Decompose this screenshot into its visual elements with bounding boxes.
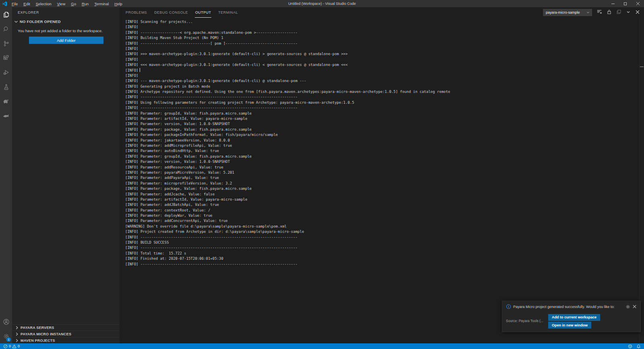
window-title: Untitled (Workspace) - Visual Studio Cod… — [288, 2, 356, 6]
status-bar: 0 0 — [0, 343, 644, 349]
chevron-right-icon — [14, 331, 20, 337]
output-line: [INFO] Parameter: payaraMicroVersion, Va… — [125, 170, 644, 175]
sidebar-title: EXPLORER — [12, 7, 120, 18]
output-channel-select[interactable]: payara-micro-sample — [543, 9, 592, 16]
output-line: [INFO] — [125, 68, 644, 73]
section-payara-micro-instances[interactable]: PAYARA MICRO INSTANCES — [12, 331, 120, 337]
menu-go[interactable]: Go — [68, 2, 79, 6]
no-folder-message: You have not yet added a folder to the w… — [12, 25, 120, 36]
output-line: [INFO] Scanning for projects... — [125, 19, 644, 25]
toast-button-add-to-current-workspace[interactable]: Add to current workspace — [548, 314, 600, 321]
maximize-button[interactable] — [619, 0, 632, 7]
menu-file[interactable]: File — [9, 2, 21, 6]
toast-button-open-in-new-window[interactable]: Open in new window — [548, 322, 591, 328]
output-line: [INFO] Parameter: groupId, Value: fish.p… — [125, 154, 644, 159]
activity-bar-spacer — [0, 123, 12, 314]
output-line: [INFO] ---------------------------------… — [125, 105, 644, 111]
account-icon[interactable] — [0, 314, 12, 329]
menu-run[interactable]: Run — [79, 2, 91, 6]
settings-badge: 1 — [6, 337, 11, 342]
output-line: [INFO] Parameter: addMicroprofileApi, Va… — [125, 143, 644, 148]
source-control-icon[interactable] — [0, 36, 12, 51]
section-no-folder-opened[interactable]: NO FOLDER OPENED — [12, 18, 120, 25]
menu-help[interactable]: Help — [111, 2, 125, 6]
panel-tabs: PROBLEMSDEBUG CONSOLEOUTPUTTERMINAL — [125, 7, 245, 18]
output-line: [INFO] ---------------------------------… — [125, 94, 644, 100]
notifications-bell-icon[interactable] — [636, 344, 641, 349]
extensions-icon[interactable] — [0, 51, 12, 65]
errors-icon — [3, 344, 8, 349]
restore-panel-size-icon[interactable] — [626, 9, 631, 16]
output-line: [INFO] Generating project in Batch mode — [125, 84, 644, 89]
output-line: [INFO] Finished at: 2020-07-15T20:06:01+… — [125, 256, 644, 261]
search-icon[interactable] — [0, 22, 12, 36]
sidebar-bottom-sections: PAYARA SERVERSPAYARA MICRO INSTANCESMAVE… — [12, 324, 120, 343]
output-line: [INFO] Parameter: jakartaeeVersion, Valu… — [125, 138, 644, 143]
notification-gear-icon[interactable] — [625, 304, 630, 309]
tab-output[interactable]: OUTPUT — [195, 7, 211, 18]
menu-view[interactable]: View — [54, 2, 68, 6]
output-line: [INFO] Parameter: addConcurrentApi, Valu… — [125, 218, 644, 224]
section-maven-projects[interactable]: MAVEN PROJECTS — [12, 337, 120, 343]
output-line: [INFO] Parameter: contextRoot, Value: / — [125, 208, 644, 213]
payara-fish-icon[interactable] — [0, 109, 12, 123]
status-bar-right — [628, 344, 641, 349]
close-window-button[interactable] — [632, 0, 644, 7]
clear-output-icon[interactable] — [597, 9, 602, 16]
overview-ruler-cursor-mark — [640, 66, 644, 67]
menu-selection[interactable]: Selection — [33, 2, 54, 6]
output-line: [INFO] --------------------------------[… — [125, 41, 644, 46]
problems-status[interactable]: 0 0 — [3, 344, 20, 349]
output-line: [INFO] Parameter: artifactId, Value: pay… — [125, 116, 644, 121]
testing-flask-icon[interactable] — [0, 80, 12, 94]
output-line: [WARNING] Don't override file d:\payara\… — [125, 224, 644, 229]
warning-count: 0 — [18, 344, 20, 348]
tab-debug-console[interactable]: DEBUG CONSOLE — [154, 7, 188, 18]
tab-problems[interactable]: PROBLEMS — [125, 7, 147, 18]
menu-terminal[interactable]: Terminal — [91, 2, 111, 6]
section-payara-servers[interactable]: PAYARA SERVERS — [12, 324, 120, 331]
output-line: [INFO] Project created from Archetype in… — [125, 229, 644, 234]
output-line: [INFO] ------------------< org.apache.ma… — [125, 30, 644, 35]
panel-header: PROBLEMSDEBUG CONSOLEOUTPUTTERMINAL paya… — [120, 7, 644, 18]
menu-bar: FileEditSelectionViewGoRunTerminalHelp — [9, 0, 125, 7]
output-line: [INFO] <<< maven-archetype-plugin:3.0.1:… — [125, 62, 644, 68]
scrollbar-track[interactable] — [639, 18, 640, 343]
output-line: [INFO] Parameter: groupId, Value: fish.p… — [125, 111, 644, 116]
output-line: [INFO] Parameter: microprofileVersion, V… — [125, 181, 644, 186]
chevron-right-icon — [14, 338, 20, 343]
notification-close-icon[interactable] — [632, 304, 637, 309]
sidebar-spacer — [12, 44, 120, 324]
output-line: [INFO] BUILD SUCCESS — [125, 240, 644, 245]
output-line: [INFO] Parameter: addJBatchApi, Value: t… — [125, 202, 644, 207]
output-line: [INFO] Archetype repository not defined.… — [125, 89, 644, 94]
info-icon — [506, 304, 511, 309]
explorer-icon[interactable] — [0, 7, 12, 22]
menu-edit[interactable]: Edit — [21, 2, 33, 6]
scroll-lock-icon[interactable] — [607, 9, 612, 16]
chevron-down-icon — [13, 19, 19, 25]
gradle-elephant-icon[interactable] — [0, 94, 12, 109]
sidebar-explorer: EXPLORER NO FOLDER OPENED You have not y… — [12, 7, 120, 343]
output-line: [INFO] Total time: 15.722 s — [125, 251, 644, 256]
text-cursor — [140, 68, 140, 72]
output-line: [INFO] ---------------------------------… — [125, 245, 644, 250]
output-console[interactable]: [INFO] Scanning for projects...[INFO][IN… — [120, 18, 644, 343]
output-line: [INFO] — [125, 46, 644, 51]
notification-source: Source: Payara Tools (... — [506, 319, 543, 323]
feedback-smiley-icon[interactable] — [628, 344, 632, 349]
output-line: [INFO] Parameter: package, Value: fish.p… — [125, 186, 644, 191]
panel-actions: payara-micro-sample — [543, 9, 640, 16]
minimize-button[interactable] — [607, 0, 619, 7]
tab-terminal[interactable]: TERMINAL — [218, 7, 238, 18]
output-line: [INFO] Parameter: version, Value: 1.0.0-… — [125, 159, 644, 164]
open-log-file-icon[interactable] — [616, 9, 621, 16]
chevron-down-icon — [586, 10, 590, 14]
add-folder-button[interactable]: Add Folder — [29, 37, 103, 44]
window-controls — [607, 0, 644, 7]
settings-gear-icon[interactable]: 1 — [0, 329, 12, 343]
close-panel-icon[interactable] — [635, 9, 640, 16]
output-line: [INFO] Parameter: deployWar, Value: true — [125, 213, 644, 218]
output-line: [INFO] Using following parameters for cr… — [125, 100, 644, 105]
run-and-debug-icon[interactable] — [0, 65, 12, 80]
